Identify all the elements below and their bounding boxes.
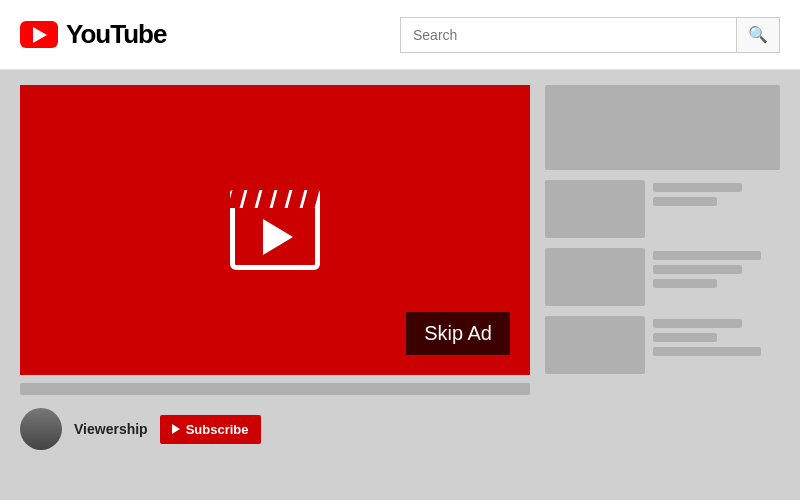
channel-info: Viewership Subscribe [20,403,530,455]
search-icon: 🔍 [748,25,768,44]
left-panel: Skip Ad Viewership Subscribe [20,85,530,485]
subscribe-button[interactable]: Subscribe [160,415,261,444]
subscribe-label: Subscribe [186,422,249,437]
rec-line [653,333,717,342]
youtube-logo-icon [20,21,58,48]
rec-line [653,265,742,274]
rec-thumbnail-3[interactable] [545,316,645,374]
logo-text: YouTube [66,19,166,50]
rec-lines-1 [653,180,780,238]
rec-thumbnail-2[interactable] [545,248,645,306]
rec-lines-3 [653,316,780,374]
list-item [545,180,780,238]
rec-line [653,319,742,328]
search-container: 🔍 [400,17,780,53]
search-button[interactable]: 🔍 [736,17,780,53]
clapperboard-top [230,190,320,208]
rec-line [653,347,761,356]
rec-line [653,251,761,260]
list-item [545,316,780,374]
header: YouTube 🔍 [0,0,800,70]
avatar [20,408,62,450]
rec-line [653,197,717,206]
right-panel [545,85,780,485]
recommended-thumbnail-large[interactable] [545,85,780,170]
subscribe-play-icon [172,424,180,434]
rec-lines-2 [653,248,780,306]
clapperboard-icon [230,190,320,270]
logo-play-triangle [33,27,47,43]
rec-thumbnail-1[interactable] [545,180,645,238]
play-icon [263,219,293,255]
skip-ad-button[interactable]: Skip Ad [406,312,510,355]
rec-line [653,279,717,288]
video-icon [230,190,320,270]
video-player[interactable]: Skip Ad [20,85,530,375]
channel-name: Viewership [74,421,148,437]
avatar-image [20,408,62,450]
rec-line [653,183,742,192]
search-input[interactable] [400,17,736,53]
main-content: Skip Ad Viewership Subscribe [0,70,800,500]
logo-container: YouTube [20,19,166,50]
list-item [545,248,780,306]
video-progress-bar[interactable] [20,383,530,395]
